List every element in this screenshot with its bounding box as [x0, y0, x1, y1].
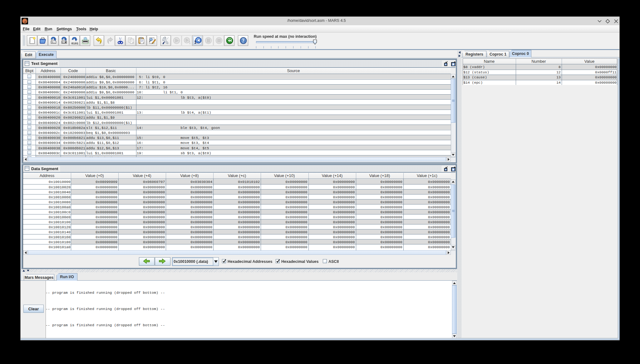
svg-text:1: 1 — [189, 41, 191, 45]
svg-text:1: 1 — [194, 40, 197, 45]
svg-text:?: ? — [242, 38, 244, 43]
svg-text:0101: 0101 — [71, 42, 79, 45]
